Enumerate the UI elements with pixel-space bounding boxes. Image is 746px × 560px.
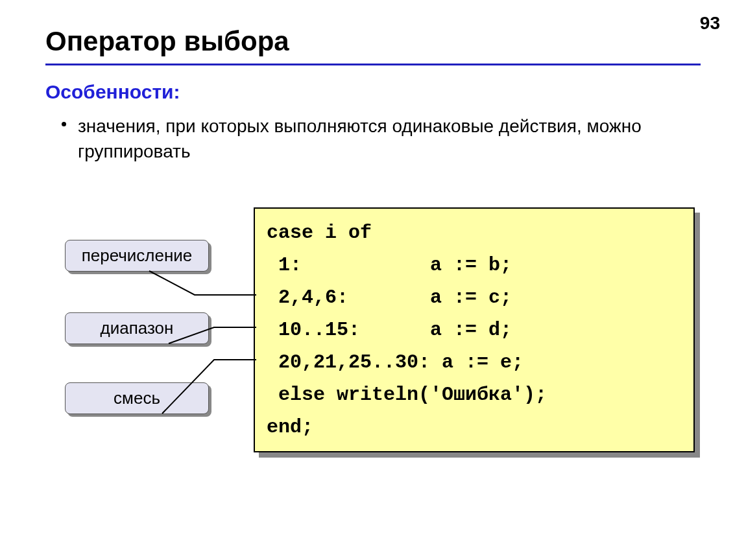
- title-underline: [45, 64, 701, 65]
- callout-enumeration: перечисление: [65, 240, 209, 272]
- code-line-2: 1: a := b;: [267, 254, 512, 276]
- code-line-4: 10..15: a := d;: [267, 319, 512, 341]
- bullet-item: значения, при которых выполняются одинак…: [78, 113, 746, 164]
- slide: 93 Оператор выбора Особенности: значения…: [0, 0, 746, 560]
- callout-mix: смесь: [65, 382, 209, 414]
- code-line-3: 2,4,6: a := c;: [267, 286, 512, 309]
- bullet-text: значения, при которых выполняются одинак…: [78, 116, 642, 161]
- code-line-7: end;: [267, 416, 313, 438]
- bullet-dot-icon: [62, 122, 66, 126]
- slide-title: Оператор выбора: [45, 26, 289, 57]
- code-line-6: else writeln('Ошибка');: [267, 384, 547, 406]
- page-number: 93: [700, 13, 720, 34]
- subheading: Особенности:: [45, 81, 180, 103]
- code-box: case i of 1: a := b; 2,4,6: a := c; 10..…: [254, 207, 695, 452]
- code-line-5: 20,21,25..30: a := e;: [267, 351, 523, 373]
- callout-range: диапазон: [65, 312, 209, 344]
- code-line-1: case i of: [267, 222, 372, 244]
